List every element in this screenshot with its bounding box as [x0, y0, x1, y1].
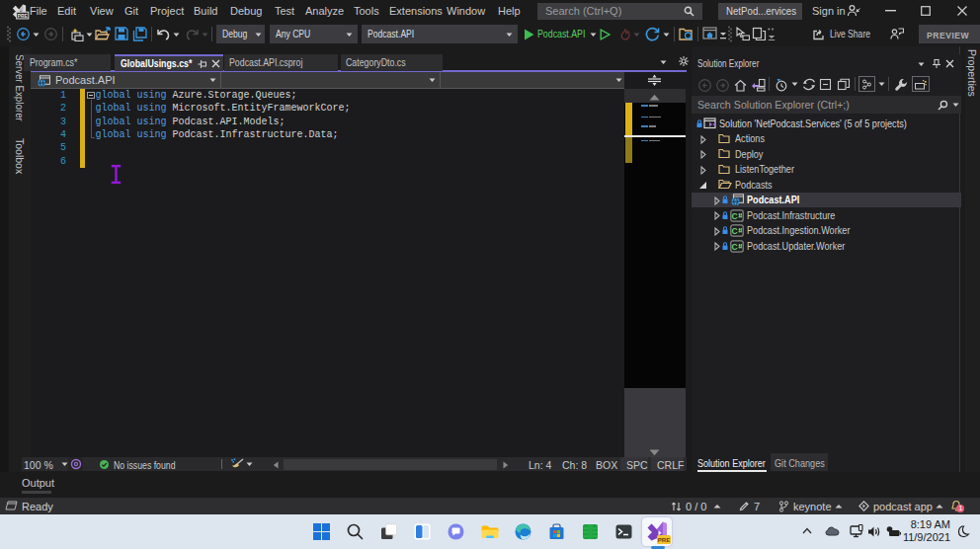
svg-text:PRE: PRE	[658, 537, 670, 543]
svg-text:PRE: PRE	[18, 14, 28, 19]
